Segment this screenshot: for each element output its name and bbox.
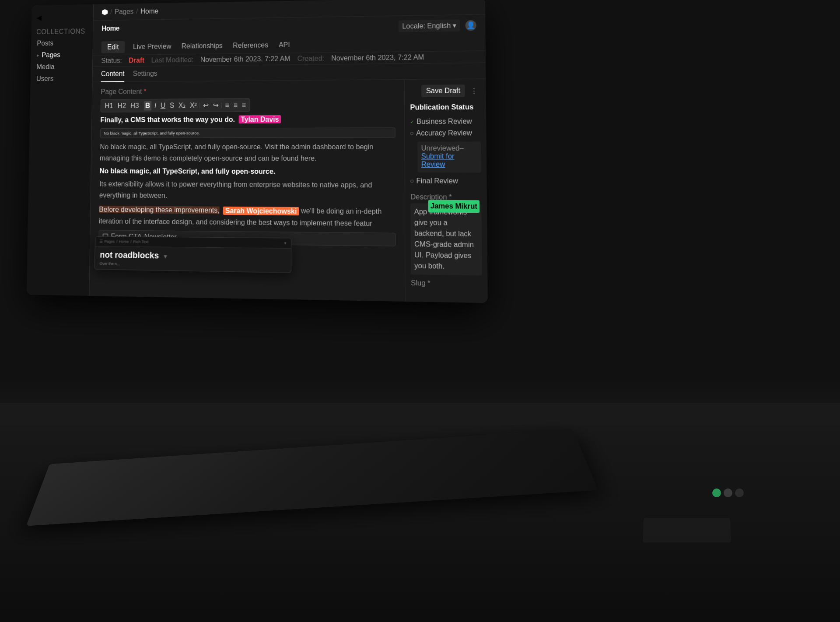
floating-window: ☰ Pages / Home / Rich Text ▾ not roadblo…: [94, 236, 291, 273]
last-modified-value: November 6th 2023, 7:22 AM: [200, 55, 290, 64]
editor-heading: Finally, a CMS that works the way you do…: [100, 115, 395, 125]
sidebar-collections-label: Collections: [32, 24, 93, 38]
floating-content: not roadblocks ▾ Over the n...: [94, 246, 291, 273]
circle-gray1: [724, 488, 732, 497]
review-status-text: Unreviewed–: [421, 144, 464, 152]
toolbar-underline[interactable]: U: [159, 101, 167, 110]
toolbar-h1[interactable]: H1: [103, 101, 115, 111]
toolbar-sep-3: [222, 102, 222, 108]
editor-body-1: No black magic, all TypeScript, and full…: [100, 141, 396, 164]
toolbar-italic[interactable]: I: [153, 101, 158, 110]
sidebar-item-media-label: Media: [36, 63, 54, 71]
edit-button[interactable]: Edit: [102, 41, 125, 53]
scene: ◀ Collections Posts ▶ Pages Media Users: [0, 0, 840, 622]
field-name: Page Content: [101, 88, 142, 95]
toolbar-sep-1: [142, 103, 142, 108]
james-badge: James Mikrut: [428, 200, 480, 213]
toolbar-h2[interactable]: H2: [116, 101, 128, 111]
api-link[interactable]: API: [277, 39, 292, 51]
circle-indicators: [712, 488, 744, 497]
save-draft-button[interactable]: Save Draft: [421, 84, 465, 97]
toolbar-align-right[interactable]: ≡: [241, 100, 247, 110]
toolbar-align-left[interactable]: ≡: [224, 100, 230, 110]
more-options-button[interactable]: ⋮: [468, 85, 480, 96]
status-value: Draft: [129, 56, 144, 64]
header-actions: Locale: English ▾ 👤: [399, 19, 476, 32]
toolbar-align-center[interactable]: ≡: [232, 100, 239, 110]
references-link[interactable]: References: [231, 39, 270, 52]
relationships-link[interactable]: Relationships: [180, 40, 224, 53]
float-bc-icon: ☰: [99, 239, 103, 244]
circle-gray2: [735, 488, 744, 497]
toolbar-sep-2: [200, 103, 200, 108]
sidebar-item-pages-label: Pages: [42, 51, 60, 59]
right-panel: Save Draft ⋮ Publication Status ✓ Busine…: [404, 79, 488, 303]
toolbar-redo[interactable]: ↪: [212, 100, 220, 110]
float-bc-home: Home: [119, 239, 129, 244]
slug-section: Slug *: [411, 279, 482, 288]
toggle-icon: ◀: [37, 14, 42, 21]
avatar-icon: 👤: [466, 21, 476, 29]
rich-text-toolbar: H1 H2 H3 B I U S X₂ X² ↩ ↪: [101, 98, 250, 112]
toolbar-bold[interactable]: B: [144, 101, 151, 110]
last-modified-label: Last Modified:: [151, 56, 194, 64]
pub-item-final: Final Review: [410, 175, 481, 187]
desc-text: App frameworks give you a backend, but l…: [414, 208, 474, 270]
save-draft-row: Save Draft ⋮: [410, 84, 480, 98]
submit-review-link[interactable]: Submit for Review: [421, 152, 455, 168]
body-text-1: No black magic, all TypeScript, and full…: [100, 143, 373, 162]
keyboard-hint: [643, 518, 732, 542]
payload-logo-icon: [102, 9, 108, 15]
tylan-badge: Tylan Davis: [238, 115, 281, 123]
desc-box[interactable]: James Mikrut App frameworks give you a b…: [410, 204, 482, 276]
floating-subtext: Over the n...: [100, 261, 286, 269]
pub-item-business: ✓ Business Review: [410, 116, 481, 127]
slug-label: Slug *: [411, 279, 482, 288]
locale-selector[interactable]: Locale: English ▾: [399, 19, 460, 32]
live-preview-link[interactable]: Live Preview: [131, 40, 173, 53]
sidebar: ◀ Collections Posts ▶ Pages Media Users: [27, 4, 94, 296]
editor-bold-heading: No black magic, all TypeScript, and full…: [99, 167, 396, 177]
pub-status-title: Publication Status: [410, 103, 480, 112]
pub-final-label: Final Review: [416, 177, 458, 185]
page-title: Home: [102, 25, 119, 32]
locale-value: English: [427, 21, 451, 30]
check-icon: ✓: [410, 119, 414, 124]
float-bc-richtext: Rich Text: [133, 239, 148, 244]
sidebar-item-posts[interactable]: Posts: [31, 37, 93, 49]
sidebar-toggle[interactable]: ◀: [32, 9, 93, 25]
sidebar-item-pages[interactable]: ▶ Pages: [31, 49, 93, 61]
dot-icon: [410, 132, 413, 135]
toolbar-h3[interactable]: H3: [129, 101, 140, 110]
description-section: Description * James Mikrut App framework…: [410, 193, 482, 275]
toolbar-strikethrough[interactable]: S: [168, 101, 175, 110]
required-indicator: *: [144, 88, 146, 95]
pub-accuracy-label: Accuracy Review: [416, 129, 472, 137]
floating-heading-chevron: ▾: [164, 253, 167, 260]
float-bc-pages: Pages: [104, 239, 115, 244]
toolbar-undo[interactable]: ↩: [202, 100, 210, 110]
avatar[interactable]: 👤: [466, 20, 476, 31]
sarah-badge: Sarah Wojciechowski: [223, 207, 299, 215]
toolbar-sub[interactable]: X₂: [177, 100, 187, 110]
floating-heading-text: not roadblocks: [100, 250, 159, 260]
inline-edit-box[interactable]: No black magic, all TypeScript, and full…: [100, 127, 396, 138]
review-status: Unreviewed– Submit for Review: [421, 144, 478, 169]
pub-business-label: Business Review: [416, 117, 472, 126]
sidebar-item-users-label: Users: [36, 75, 54, 83]
locale-chevron-icon: ▾: [453, 21, 456, 30]
breadcrumb-sep-1: /: [110, 8, 112, 16]
created-label: Created:: [297, 55, 324, 63]
toolbar-sup[interactable]: X²: [189, 101, 198, 110]
sidebar-item-posts-label: Posts: [37, 39, 53, 47]
float-bc-chevron: ▾: [284, 241, 287, 245]
sidebar-item-users[interactable]: Users: [31, 72, 92, 84]
tab-settings[interactable]: Settings: [133, 66, 157, 82]
highlighted-text: Before developing these improvements,: [99, 206, 219, 214]
tab-content[interactable]: Content: [101, 67, 125, 82]
sidebar-item-media[interactable]: Media: [31, 60, 92, 73]
float-bc-sep2: /: [130, 239, 132, 244]
heading-text: Finally, a CMS that works the way you do…: [100, 116, 235, 123]
floating-heading: not roadblocks ▾: [100, 250, 286, 263]
breadcrumb-pages-link[interactable]: Pages: [115, 8, 134, 16]
